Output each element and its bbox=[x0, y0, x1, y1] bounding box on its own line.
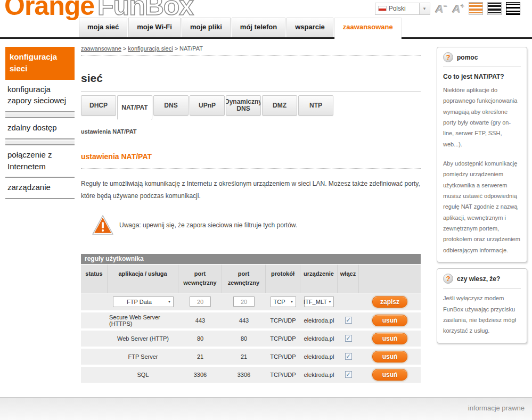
rule-device: elektroda.pl bbox=[300, 349, 338, 365]
font-decrease-button[interactable]: A− bbox=[436, 3, 447, 14]
tab-dmz[interactable]: DMZ bbox=[262, 95, 297, 116]
contrast-light-button[interactable] bbox=[487, 2, 502, 15]
sidebar-item-zdalny-dostep[interactable]: zdalny dostęp bbox=[5, 118, 75, 139]
sidebar-separator bbox=[5, 113, 75, 118]
table-header-row: status aplikacja / usługa port wewnętrzn… bbox=[81, 265, 421, 293]
table-row: FTP Server 21 21 TCP/UDP elektroda.pl us… bbox=[81, 349, 421, 365]
protocol-select[interactable]: TCP bbox=[271, 297, 296, 307]
sidebar-separator bbox=[5, 141, 75, 145]
question-mark-icon bbox=[443, 274, 453, 284]
new-rule-form-row: FTP Data TCP ITF_MLT bbox=[81, 293, 421, 310]
breadcrumb-current: NAT/PAT bbox=[179, 45, 203, 52]
help-box-czy-wiesz: czy wiesz, że? Jeśli wyłączysz modem Fun… bbox=[437, 268, 527, 343]
rule-external-port: 443 bbox=[222, 312, 266, 328]
enable-checkbox[interactable] bbox=[345, 371, 352, 378]
poland-flag-icon bbox=[378, 6, 387, 11]
nav-tab-zaawansowane[interactable]: zaawansowane bbox=[334, 18, 402, 39]
rule-application: SQL bbox=[108, 367, 178, 383]
header: OrangeFunBox Polski ▾ A− A+ moja sieć mo… bbox=[0, 0, 532, 39]
delete-button[interactable]: usuń bbox=[372, 315, 407, 326]
sidebar-item-zapora[interactable]: konfiguracja zapory sieciowej bbox=[5, 80, 75, 113]
table-row: Secure Web Server (HTTPS) 443 443 TCP/UD… bbox=[81, 312, 421, 328]
user-rules-table: reguły użytkownika status aplikacja / us… bbox=[81, 254, 421, 383]
help-sidebar: pomoc Co to jest NAT/PAT? Niektóre aplik… bbox=[437, 47, 527, 349]
tab-dns[interactable]: DNS bbox=[153, 95, 189, 116]
rule-protocol: TCP/UDP bbox=[266, 312, 300, 328]
device-select[interactable]: ITF_MLT bbox=[304, 297, 334, 307]
rule-internal-port: 80 bbox=[178, 331, 222, 347]
chevron-down-icon: ▾ bbox=[419, 3, 430, 14]
col-external-port: port zewnętrzny bbox=[222, 265, 266, 293]
application-select[interactable]: FTP Data bbox=[113, 297, 174, 307]
table-row: SQL 3306 3306 TCP/UDP elektroda.pl usuń bbox=[81, 367, 421, 383]
rule-external-port: 21 bbox=[222, 349, 266, 365]
save-button[interactable]: zapisz bbox=[372, 296, 407, 308]
legal-info-link[interactable]: informacje prawne bbox=[468, 404, 525, 412]
breadcrumb-link-zaawansowane[interactable]: zaawansowane bbox=[81, 45, 121, 52]
nav-tab-moja-siec[interactable]: moja sieć bbox=[79, 18, 127, 37]
tab-nat-pat[interactable]: NAT/PAT bbox=[117, 95, 152, 120]
nav-tab-moje-wifi[interactable]: moje Wi-Fi bbox=[128, 18, 181, 37]
col-device: urządzenie bbox=[300, 265, 338, 293]
language-select[interactable]: Polski ▾ bbox=[375, 3, 430, 15]
nav-tab-moj-telefon[interactable]: mój telefon bbox=[232, 18, 285, 37]
enable-checkbox[interactable] bbox=[345, 335, 352, 342]
internal-port-input[interactable] bbox=[190, 297, 211, 307]
contrast-orange-button[interactable] bbox=[469, 2, 483, 15]
network-tabs: DHCP NAT/PAT DNS UPnP Dynamiczny DNS DMZ… bbox=[81, 95, 421, 120]
header-controls: Polski ▾ A− A+ bbox=[375, 2, 520, 15]
page-title: sieć bbox=[81, 72, 421, 92]
help-heading: Co to jest NAT/PAT? bbox=[443, 73, 521, 80]
delete-button[interactable]: usuń bbox=[372, 369, 407, 381]
warning-triangle-icon bbox=[92, 215, 114, 236]
help-paragraph: Niektóre aplikacje do poprawnego funkcjo… bbox=[443, 85, 521, 150]
col-internal-port: port wewnętrzny bbox=[178, 265, 222, 293]
contrast-dark-button[interactable] bbox=[506, 2, 520, 15]
sidebar-item-konfiguracja-sieci[interactable]: konfiguracja sieci bbox=[5, 47, 75, 80]
tab-upnp[interactable]: UPnP bbox=[190, 95, 225, 116]
font-increase-button[interactable]: A+ bbox=[453, 3, 464, 14]
tab-ntp[interactable]: NTP bbox=[298, 95, 333, 116]
sidebar-item-polaczenie[interactable]: połączenie z Internetem bbox=[5, 145, 75, 178]
rule-application: FTP Server bbox=[108, 349, 178, 365]
table-title: reguły użytkownika bbox=[81, 254, 421, 264]
main-navigation: moja sieć moje Wi-Fi moje pliki mój tele… bbox=[79, 18, 403, 39]
col-status: status bbox=[81, 265, 108, 293]
rule-internal-port: 443 bbox=[178, 312, 222, 328]
help-box-title: czy wiesz, że? bbox=[457, 275, 500, 283]
content-area: konfiguracja sieci konfiguracja zapory s… bbox=[0, 39, 532, 396]
rule-device: elektroda.pl bbox=[300, 312, 338, 328]
footer: informacje prawne bbox=[0, 397, 532, 420]
rule-external-port: 80 bbox=[222, 331, 266, 347]
nav-tab-moje-pliki[interactable]: moje pliki bbox=[182, 18, 231, 37]
nav-tab-wsparcie[interactable]: wsparcie bbox=[287, 18, 333, 37]
rule-external-port: 3306 bbox=[222, 367, 266, 383]
question-mark-icon bbox=[443, 52, 453, 62]
left-sidebar: konfiguracja sieci konfiguracja zapory s… bbox=[5, 47, 75, 199]
delete-button[interactable]: usuń bbox=[372, 351, 407, 363]
breadcrumb-link-konfiguracja-sieci[interactable]: konfiguracja sieci bbox=[128, 45, 173, 52]
help-box-pomoc: pomoc Co to jest NAT/PAT? Niektóre aplik… bbox=[437, 47, 527, 262]
rule-internal-port: 21 bbox=[178, 349, 222, 365]
rule-protocol: TCP/UDP bbox=[266, 367, 300, 383]
rule-protocol: TCP/UDP bbox=[266, 349, 300, 365]
section-label: ustawienia NAT/PAT bbox=[81, 128, 421, 135]
tab-dhcp[interactable]: DHCP bbox=[81, 95, 116, 116]
delete-button[interactable]: usuń bbox=[372, 333, 407, 344]
tab-dynamiczny-dns[interactable]: Dynamiczny DNS bbox=[226, 95, 261, 116]
enable-checkbox[interactable] bbox=[345, 317, 352, 324]
col-application: aplikacja / usługa bbox=[108, 265, 178, 293]
enable-checkbox[interactable] bbox=[345, 353, 352, 360]
rule-internal-port: 3306 bbox=[178, 367, 222, 383]
sidebar-item-zarzadzanie[interactable]: zarządzanie bbox=[5, 178, 75, 199]
external-port-input[interactable] bbox=[233, 297, 255, 307]
rule-application: Secure Web Server (HTTPS) bbox=[108, 312, 178, 328]
col-protocol: protokół bbox=[266, 265, 300, 293]
rule-application: Web Server (HTTP) bbox=[108, 331, 178, 347]
warning-note: Uwaga: upewnij się, że zapora sieciowa n… bbox=[92, 215, 421, 236]
rule-protocol: TCP/UDP bbox=[266, 331, 300, 347]
table-row: Web Server (HTTP) 80 80 TCP/UDP elektrod… bbox=[81, 331, 421, 347]
section-description: Reguły te umożliwiają komunikację z Inte… bbox=[81, 178, 421, 203]
warning-text: Uwaga: upewnij się, że zapora sieciowa n… bbox=[119, 221, 297, 229]
rule-device: elektroda.pl bbox=[300, 367, 338, 383]
